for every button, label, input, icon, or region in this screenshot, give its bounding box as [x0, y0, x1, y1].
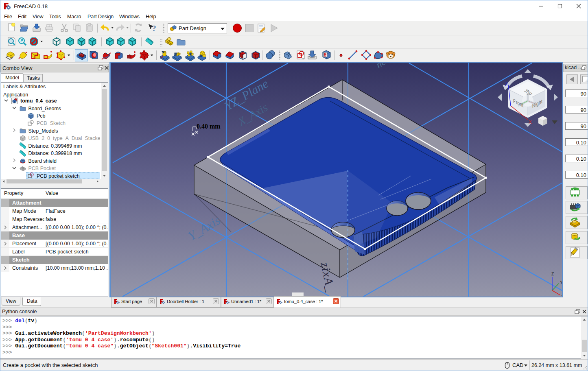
- svg-text:Z: Z: [551, 272, 554, 276]
- svg-text:0.40 mm: 0.40 mm: [197, 123, 221, 130]
- svg-text:Z: Z: [505, 82, 508, 87]
- svg-text:Y: Y: [560, 280, 562, 285]
- svg-text:X: X: [529, 119, 532, 125]
- svg-text:?: ?: [152, 24, 156, 33]
- svg-text:X: X: [561, 295, 562, 297]
